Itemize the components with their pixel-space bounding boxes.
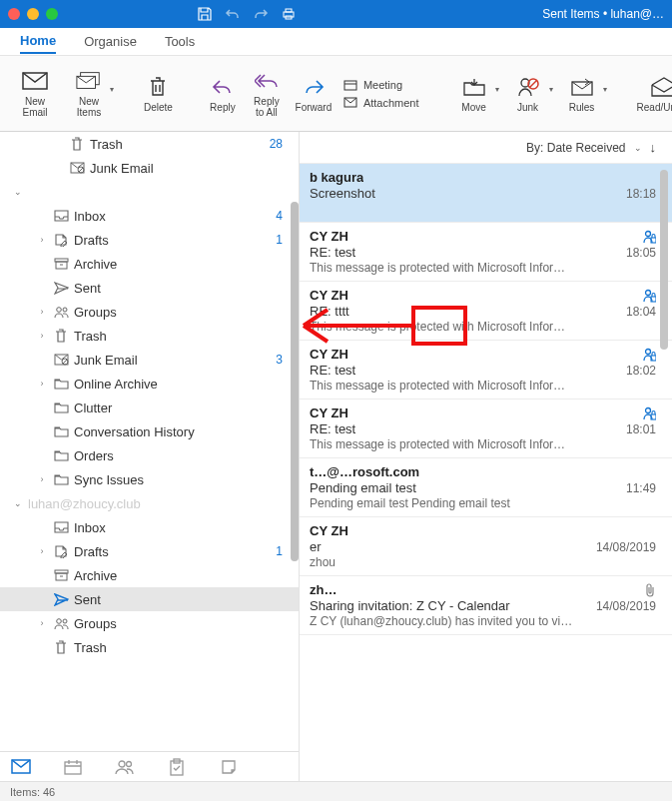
folder-name: Trash xyxy=(90,137,261,152)
account-header[interactable]: ⌄luhan@zhoucy.club xyxy=(0,491,299,515)
expand-chevron-icon[interactable]: › xyxy=(36,331,48,341)
folder-name: Clutter xyxy=(74,400,261,415)
folder-row[interactable]: Sent xyxy=(0,587,299,611)
folder-row[interactable]: Sent xyxy=(0,276,299,300)
message-list[interactable]: b kagura Screenshot 18:18 CY ZH RE: test… xyxy=(300,164,672,781)
notes-nav-icon[interactable] xyxy=(218,756,240,778)
tasks-nav-icon[interactable] xyxy=(166,756,188,778)
folder-icon xyxy=(52,593,70,606)
minimize-window-button[interactable] xyxy=(27,8,39,20)
mail-nav-icon[interactable] xyxy=(10,756,32,778)
new-items-button[interactable]: ▾ New Items xyxy=(66,63,112,125)
message-item[interactable]: CY ZH er 14/08/2019 zhou xyxy=(300,517,672,576)
calendar-nav-icon[interactable] xyxy=(62,756,84,778)
undo-icon[interactable] xyxy=(224,5,242,23)
folder-row[interactable]: › Drafts 1 xyxy=(0,228,299,252)
delete-button[interactable]: Delete xyxy=(144,63,173,125)
expand-chevron-icon[interactable]: ⌄ xyxy=(12,498,24,508)
folder-name: Drafts xyxy=(74,233,261,248)
attachment-icon xyxy=(644,583,656,597)
folder-row[interactable]: Archive xyxy=(0,252,299,276)
ribbon-tabs: Home Organise Tools xyxy=(0,28,672,56)
folder-row[interactable]: Junk Email xyxy=(0,156,299,180)
save-icon[interactable] xyxy=(196,5,214,23)
trash-icon xyxy=(145,75,171,99)
message-item[interactable]: CY ZH RE: test 18:02 This message is pro… xyxy=(300,341,672,400)
forward-icon xyxy=(301,75,327,99)
rules-button[interactable]: ▾ Rules xyxy=(559,63,605,125)
folder-row[interactable]: › Drafts 1 xyxy=(0,539,299,563)
folder-count: 28 xyxy=(265,137,283,151)
expand-chevron-icon[interactable]: › xyxy=(36,235,48,245)
expand-chevron-icon[interactable]: ⌄ xyxy=(12,187,24,197)
sort-label[interactable]: By: Date Received xyxy=(526,141,625,155)
navigation-switcher xyxy=(0,751,299,781)
folder-row[interactable]: › Sync Issues xyxy=(0,467,299,491)
expand-chevron-icon[interactable]: › xyxy=(36,307,48,317)
expand-chevron-icon[interactable]: › xyxy=(36,379,48,389)
message-sender: b kagura xyxy=(310,170,363,185)
folder-row[interactable]: Inbox 4 xyxy=(0,204,299,228)
folder-icon xyxy=(68,137,86,152)
forward-button[interactable]: Forward xyxy=(293,63,335,125)
folder-row[interactable]: Orders xyxy=(0,443,299,467)
tab-tools[interactable]: Tools xyxy=(165,30,195,53)
message-item[interactable]: b kagura Screenshot 18:18 xyxy=(300,164,672,223)
people-nav-icon[interactable] xyxy=(114,756,136,778)
svg-point-35 xyxy=(646,407,651,412)
message-item[interactable]: t…@…rosoft.com Pending email test 11:49 … xyxy=(300,458,672,517)
message-time: 14/08/2019 xyxy=(596,599,656,613)
junk-button[interactable]: ▾ Junk xyxy=(505,63,551,125)
window-title: Sent Items • luhan@… xyxy=(542,7,664,21)
folder-icon xyxy=(52,521,70,533)
tab-organise[interactable]: Organise xyxy=(84,30,137,53)
folder-row[interactable]: Archive xyxy=(0,563,299,587)
attachment-button[interactable]: Attachment xyxy=(342,96,419,110)
folder-row[interactable]: › Trash xyxy=(0,324,299,348)
message-item[interactable]: zh… Sharing invitation: Z CY - Calendar … xyxy=(300,576,672,635)
folder-name: Trash xyxy=(74,640,261,655)
close-window-button[interactable] xyxy=(8,8,20,20)
expand-chevron-icon[interactable]: › xyxy=(36,546,48,556)
read-unread-button[interactable]: Read/Unrea xyxy=(637,63,672,125)
folder-icon xyxy=(68,162,86,174)
folder-row[interactable]: Trash 28 xyxy=(0,132,299,156)
message-preview: Pending email test Pending email test xyxy=(310,496,656,510)
folder-icon xyxy=(52,378,70,390)
scrollbar[interactable] xyxy=(291,202,299,561)
folder-row[interactable]: › Online Archive xyxy=(0,372,299,396)
zoom-window-button[interactable] xyxy=(46,8,58,20)
expand-chevron-icon[interactable]: › xyxy=(36,618,48,628)
message-time: 18:02 xyxy=(626,364,656,378)
chevron-down-icon[interactable]: ⌄ xyxy=(634,143,642,153)
folder-count: 4 xyxy=(265,209,283,223)
svg-point-29 xyxy=(646,231,651,236)
folder-row[interactable]: Conversation History xyxy=(0,419,299,443)
folder-row[interactable]: › Groups xyxy=(0,611,299,635)
print-icon[interactable] xyxy=(280,5,298,23)
redo-icon[interactable] xyxy=(252,5,270,23)
message-item[interactable]: CY ZH RE: tttt 18:04 This message is pro… xyxy=(300,282,672,341)
folder-name: Trash xyxy=(74,329,261,344)
reply-all-button[interactable]: Reply to All xyxy=(249,63,285,125)
status-bar: Items: 46 xyxy=(0,781,672,801)
scrollbar[interactable] xyxy=(660,170,668,350)
svg-rect-6 xyxy=(344,81,356,90)
folder-name: Inbox xyxy=(74,520,261,535)
account-header[interactable]: ⌄ xyxy=(0,180,299,204)
move-button[interactable]: ▾ Move xyxy=(451,63,497,125)
sort-direction-icon[interactable]: ↓ xyxy=(650,140,657,155)
folder-row[interactable]: › Groups xyxy=(0,300,299,324)
message-item[interactable]: CY ZH RE: test 18:01 This message is pro… xyxy=(300,400,672,458)
message-item[interactable]: CY ZH RE: test 18:05 This message is pro… xyxy=(300,223,672,282)
folder-row[interactable]: Junk Email 3 xyxy=(0,348,299,372)
reply-button[interactable]: Reply xyxy=(205,63,241,125)
folder-row[interactable]: Inbox xyxy=(0,515,299,539)
new-email-button[interactable]: New Email xyxy=(12,63,58,125)
meeting-button[interactable]: Meeting xyxy=(342,78,419,92)
folder-list[interactable]: Trash 28 Junk Email ⌄ Inbox 4 › Drafts 1… xyxy=(0,132,299,751)
expand-chevron-icon[interactable]: › xyxy=(36,474,48,484)
folder-row[interactable]: Trash xyxy=(0,635,299,659)
folder-row[interactable]: Clutter xyxy=(0,396,299,419)
tab-home[interactable]: Home xyxy=(20,29,56,54)
